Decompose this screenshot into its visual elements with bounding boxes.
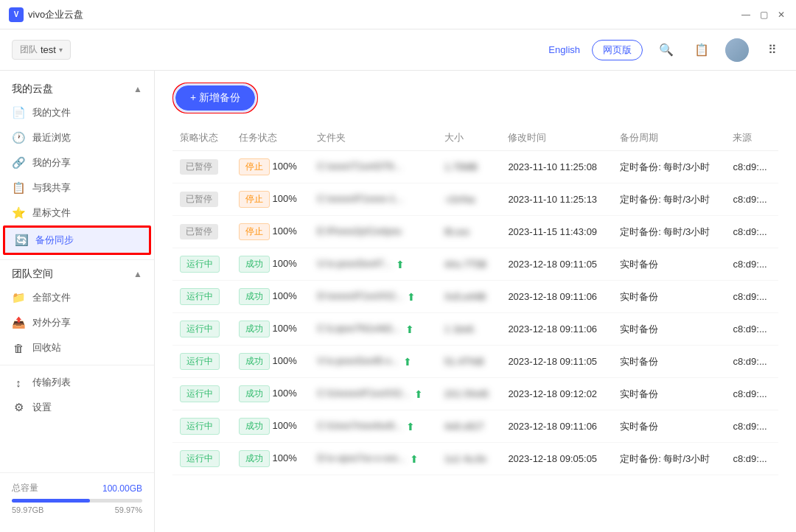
- source-cell: c8:d9:...: [725, 151, 778, 183]
- success-icon: ⬆: [410, 453, 419, 465]
- close-button[interactable]: ✕: [775, 9, 787, 21]
- sidebar-item-settings[interactable]: ⚙ 设置: [0, 395, 154, 420]
- shared-with-me-icon: 📋: [12, 181, 25, 195]
- period-cell: 实时备份: [612, 410, 725, 443]
- sidebar-item-recycle[interactable]: 🗑 回收站: [0, 335, 154, 360]
- sidebar-item-my-files[interactable]: 📄 我的文件: [0, 100, 154, 125]
- time-cell: 2023-12-18 09:12:02: [500, 378, 612, 410]
- my-files-icon: 📄: [12, 106, 25, 119]
- time-cell: 2023-11-10 11:25:13: [500, 183, 612, 216]
- size-cell: 51.4T%B: [437, 346, 500, 378]
- size-cell: 1 1bx6.: [437, 313, 500, 346]
- sidebar-item-label: 与我共享: [32, 181, 71, 195]
- sidebar-item-backup-sync[interactable]: 🔄 备份同步: [3, 225, 151, 255]
- sidebar-item-label: 备份同步: [35, 234, 74, 247]
- policy-badge: 运行中: [180, 256, 220, 273]
- col-period: 备份周期: [612, 125, 725, 151]
- task-pct: 100%: [272, 355, 296, 366]
- avatar[interactable]: [725, 38, 749, 62]
- table-row[interactable]: 已暂停 停止 100% C:\xxxxx\F1xxxx-1... -r2x%a …: [172, 183, 778, 216]
- titlebar-left: V vivo企业云盘: [9, 7, 83, 22]
- sidebar-item-transfer-list[interactable]: ↕ 传输列表: [0, 370, 154, 395]
- success-icon: ⬆: [396, 259, 405, 270]
- folder-cell: V:\x-pxxxSxx45-x... ⬆: [310, 346, 437, 378]
- add-backup-button[interactable]: + 新增备份: [175, 85, 255, 111]
- time-cell: 2023-12-18 09:11:06: [500, 281, 612, 313]
- success-icon: ⬆: [407, 291, 416, 303]
- col-source: 来源: [725, 125, 778, 151]
- main-layout: 我的云盘 ▲ 📄 我的文件 🕐 最近浏览 🔗 我的分享 📋 与我共享 ⭐ 星标文…: [0, 71, 796, 532]
- search-button[interactable]: 🔍: [654, 38, 678, 62]
- period-cell: 实时备份: [612, 281, 725, 313]
- content-area: + 新增备份 策略状态 任务状态 文件夹 大小 修改时间 备份周期 来源: [155, 71, 796, 532]
- table-header-row: 策略状态 任务状态 文件夹 大小 修改时间 备份周期 来源: [172, 125, 778, 151]
- policy-badge: 运行中: [180, 288, 220, 305]
- team-name: test: [41, 44, 56, 55]
- sidebar-item-my-share[interactable]: 🔗 我的分享: [0, 150, 154, 175]
- task-status-cell: 成功 100%: [231, 313, 310, 346]
- recent-icon: 🕐: [12, 131, 25, 144]
- my-disk-collapse-icon[interactable]: ▲: [133, 84, 142, 94]
- sidebar-item-all-files[interactable]: 📁 全部文件: [0, 285, 154, 310]
- notification-button[interactable]: 📋: [690, 38, 713, 62]
- folder-cell: C:\Uxxx7mxx4xx9... ⬆: [310, 410, 437, 443]
- recycle-icon: 🗑: [12, 342, 25, 354]
- folder-path: C:\xxxx\T1xx\GT9...: [317, 161, 401, 172]
- size-value: 1u1 4u,6x: [444, 453, 486, 464]
- toolbar-left: 团队 test ▾: [12, 40, 71, 60]
- table-row[interactable]: 运行中 成功 100% C:\Lxpxx7N1x4d1... ⬆ 1 1bx6.…: [172, 313, 778, 346]
- storage-total: 100.00GB: [102, 483, 142, 494]
- success-icon: ⬆: [414, 388, 423, 400]
- team-space-collapse-icon[interactable]: ▲: [133, 269, 142, 279]
- period-cell: 定时备份: 每时/3小时: [612, 151, 725, 183]
- policy-badge: 已暂停: [180, 224, 218, 239]
- table-row[interactable]: 运行中 成功 100% U:\x-pxxxSxx47... ⬆ 4Ax.7T5B…: [172, 248, 778, 281]
- size-cell: 4Ax.7T5B: [437, 248, 500, 281]
- col-time: 修改时间: [500, 125, 612, 151]
- task-badge: 停止: [239, 158, 270, 175]
- maximize-button[interactable]: ▢: [758, 9, 769, 21]
- task-pct: 100%: [272, 323, 296, 334]
- policy-status-cell: 运行中: [172, 410, 231, 443]
- source-cell: c8:d9:...: [725, 216, 778, 248]
- add-backup-button-wrapper: + 新增备份: [172, 83, 258, 113]
- sidebar: 我的云盘 ▲ 📄 我的文件 🕐 最近浏览 🔗 我的分享 📋 与我共享 ⭐ 星标文…: [0, 71, 155, 532]
- task-status-cell: 成功 100%: [231, 378, 310, 410]
- table-row[interactable]: 运行中 成功 100% C:\Uxxx7mxx4xx9... ⬆ 4x9.x91…: [172, 410, 778, 443]
- source-cell: c8:d9:...: [725, 378, 778, 410]
- table-row[interactable]: 已暂停 停止 100% E:\Pxxxx2y\Cxxlyou f8.xxx 20…: [172, 216, 778, 248]
- size-cell: 1u1 4u,6x: [437, 443, 500, 475]
- period-cell: 实时备份: [612, 378, 725, 410]
- size-value: Xx5.e44B: [444, 291, 486, 302]
- table-row[interactable]: 运行中 成功 100% V:\x-pxxxSxx45-x... ⬆ 51.4T%…: [172, 346, 778, 378]
- size-value: f8.xxx: [444, 226, 469, 237]
- grid-view-button[interactable]: ⠿: [761, 38, 784, 62]
- folder-path: C:\Uxxxxx\F1xxXX2...: [317, 388, 410, 399]
- table-row[interactable]: 已暂停 停止 100% C:\xxxx\T1xx\GT9... 1.75MB 2…: [172, 151, 778, 183]
- my-disk-section-header: 我的云盘 ▲: [0, 80, 154, 99]
- language-button[interactable]: English: [548, 44, 580, 55]
- size-value: -r2x%a: [444, 194, 475, 205]
- sidebar-item-external-share[interactable]: 📤 对外分享: [0, 310, 154, 335]
- policy-status-cell: 已暂停: [172, 151, 231, 183]
- minimize-button[interactable]: —: [740, 9, 752, 21]
- sidebar-item-shared-with-me[interactable]: 📋 与我共享: [0, 175, 154, 200]
- team-space-section-header: 团队空间 ▲: [0, 265, 154, 284]
- app-logo-icon: V: [9, 7, 24, 22]
- all-files-icon: 📁: [12, 291, 25, 304]
- period-cell: 实时备份: [612, 313, 725, 346]
- folder-path: C:\xxxxx\F1xxxx-1...: [317, 193, 402, 204]
- sidebar-item-starred[interactable]: ⭐ 星标文件: [0, 200, 154, 225]
- webview-button[interactable]: 网页版: [592, 40, 643, 60]
- table-row[interactable]: 运行中 成功 100% D:\x-xpxx7xx-x-xxx... ⬆ 1u1 …: [172, 443, 778, 475]
- time-cell: 2023-11-10 11:25:08: [500, 151, 612, 183]
- table-row[interactable]: 运行中 成功 100% C:\Uxxxxx\F1xxXX2... ⬆ 2X1 5…: [172, 378, 778, 410]
- titlebar: V vivo企业云盘 — ▢ ✕: [0, 0, 796, 29]
- size-cell: 1.75MB: [437, 151, 500, 183]
- table-row[interactable]: 运行中 成功 100% D:\xxxxx\F1xxXX2... ⬆ Xx5.e4…: [172, 281, 778, 313]
- size-value: 1.75MB: [444, 161, 478, 172]
- sidebar-item-recent[interactable]: 🕐 最近浏览: [0, 125, 154, 150]
- task-status-cell: 停止 100%: [231, 216, 310, 248]
- policy-badge: 运行中: [180, 321, 220, 337]
- team-selector[interactable]: 团队 test ▾: [12, 40, 71, 60]
